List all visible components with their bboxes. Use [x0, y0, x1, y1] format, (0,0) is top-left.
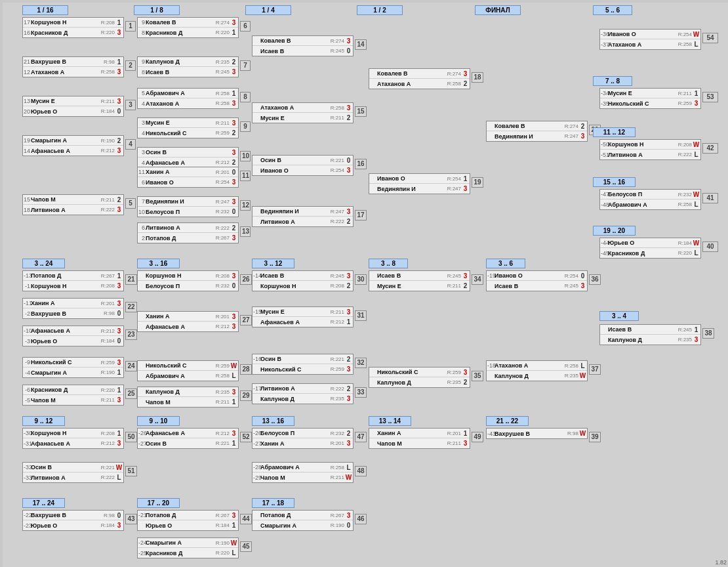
match-num-6: 6 — [240, 21, 251, 32]
match-26: Коршунов НR:2083 Белоусов ПR:2320 — [137, 270, 239, 291]
match-num-29: 29 — [240, 390, 252, 401]
match-34: Исаев ВR:2453 Мусин ЕR:2112 — [369, 270, 470, 291]
match-num-10: 10 — [240, 151, 251, 161]
match-num-49: 49 — [472, 432, 483, 442]
match-54: -36Иванов ОR:254W -37Атаханов АR:258L — [599, 29, 701, 50]
match-42: -50Коршунов НR:208W -51Литвинов АR:222L — [599, 139, 701, 160]
round-header-1920: 19 .. 20 — [593, 226, 636, 236]
round-header-1516: 15 .. 16 — [593, 177, 636, 187]
match-num-33: 33 — [355, 387, 367, 398]
match-num-41: 41 — [702, 193, 718, 203]
match-14: Ковалев ВR:2743 Исаев ВR:2450 — [252, 35, 354, 56]
round-header-56b: 5 .. 6 — [593, 5, 632, 15]
match-num-27: 27 — [240, 315, 252, 326]
match-num-17: 17 — [355, 210, 367, 220]
match-num-28: 28 — [240, 364, 252, 375]
round-header-18: 1 / 8 — [134, 5, 180, 15]
match-num-39: 39 — [589, 432, 601, 442]
match-num-19: 19 — [472, 177, 483, 188]
match-48: -28Абрамович АR:258L -29Чапов МR:211W — [252, 462, 354, 483]
round-header-36: 3 .. 6 — [486, 259, 525, 268]
match-4: 19Смарыгин АR:1902 14Афанасьев АR:2123 — [22, 135, 124, 156]
match-num-1: 1 — [125, 21, 136, 32]
match-23: -10Афанасьев АR:2123 -3Юрьев ОR:1840 — [22, 326, 124, 346]
match-36: -19Иванов ОR:2540 Исаев ВR:2453 — [486, 270, 588, 291]
match-12: 7Вединяпин ИR:2473 10Белоусов ПR:2320 — [137, 196, 239, 217]
round-header-1720: 17 .. 20 — [137, 498, 180, 508]
round-header-12: 1 / 2 — [357, 5, 403, 15]
match-11: 11Ханин АR:2010 6Иванов ОR:2543 — [137, 167, 239, 188]
match-29: Каплунов ДR:2353 Чапов МR:2111 — [137, 387, 239, 408]
round-header-1316: 13 .. 16 — [252, 416, 294, 426]
match-num-22: 22 — [125, 302, 137, 312]
match-20: Ковалев ВR:2742 Вединяпин ИR:2473 — [486, 121, 588, 142]
round-header-912: 9 .. 12 — [22, 416, 65, 426]
match-38: Исаев ВR:2451 Каплунов ДR:2353 — [599, 324, 701, 345]
match-num-53: 53 — [702, 92, 718, 102]
match-44: -21Потапов ДR:2673 Юрьев ОR:1841 — [137, 510, 239, 531]
match-num-35: 35 — [472, 371, 483, 381]
match-num-14: 14 — [355, 39, 367, 50]
match-num-4: 4 — [125, 139, 136, 150]
match-num-31: 31 — [355, 310, 367, 321]
match-18: Ковалев ВR:2743 Атаханов АR:2582 — [369, 68, 470, 89]
match-num-11: 11 — [240, 171, 251, 181]
match-num-3: 3 — [125, 100, 136, 110]
match-6: 9Ковалев ВR:2743 8Красников ДR:2201 — [137, 17, 239, 38]
round-header-312: 3 .. 12 — [252, 259, 294, 268]
match-39: -43Вахрушев ВR:98W — [486, 428, 588, 439]
match-27: Ханин АR:2013 Афанасьев АR:2123 — [137, 311, 239, 332]
match-37: -18Атаханов АR:258L Каплунов ДR:235W — [486, 360, 588, 381]
match-51: -32Осин ВR:221W -33Литвинов АR:222L — [22, 462, 124, 483]
round-header-1724: 17 .. 24 — [22, 498, 65, 508]
match-num-9: 9 — [240, 121, 251, 132]
match-num-36: 36 — [589, 274, 601, 285]
match-28: Никольский СR:259W Абрамович АR:258L — [137, 360, 239, 381]
match-24: -9Никольский СR:2593 -4Смарыгин АR:1901 — [22, 357, 124, 378]
match-7: 9Каплунов ДR:2352 8Исаев ВR:2453 — [137, 56, 239, 77]
match-5: 15Чапов МR:2112 18Литвинов АR:2223 — [22, 194, 124, 215]
match-num-13: 13 — [240, 226, 251, 237]
round-header-2122: 21 .. 22 — [486, 416, 529, 426]
match-30: -14Исаев ВR:2453 Коршунов НR:2082 — [252, 270, 354, 291]
round-header-1314: 13 .. 14 — [369, 416, 411, 426]
match-53: -34Мусин ЕR:2111 -35Никольский СR:2593 — [599, 88, 701, 109]
match-num-21: 21 — [125, 274, 137, 285]
match-40: -44Юрьев ОR:184W -45Красников ДR:220L — [599, 238, 701, 259]
match-num-38: 38 — [702, 328, 714, 339]
match-num-48: 48 — [355, 466, 367, 476]
match-num-42: 42 — [702, 143, 718, 154]
match-num-45: 45 — [240, 541, 252, 552]
match-15: Атаханов АR:2583 Мусин ЕR:2112 — [252, 102, 354, 123]
match-num-26: 26 — [240, 274, 252, 285]
round-header-final: ФИНАЛ — [475, 5, 521, 15]
round-header-78: 7 .. 8 — [593, 76, 632, 86]
match-num-54: 54 — [702, 33, 718, 43]
match-9: 3Мусин ЕR:2113 4Никольский СR:2592 — [137, 117, 239, 138]
round-header-34: 3 .. 4 — [599, 311, 639, 321]
match-num-12: 12 — [240, 200, 251, 211]
round-header-910: 9 .. 10 — [137, 416, 180, 426]
match-2: 21Вахрушев ВR:981 12Атаханов АR:2583 — [22, 56, 124, 77]
match-46: Потапов ДR:2673 Смарыгин АR:1900 — [252, 510, 354, 531]
match-47: -26Белоусов ПR:2322 -27Ханин АR:2013 — [252, 428, 354, 449]
match-32: -16Осин ВR:2212 Никольский СR:2593 — [252, 354, 354, 375]
match-num-34: 34 — [472, 274, 483, 285]
match-num-44: 44 — [240, 514, 252, 524]
match-19: Иванов ОR:2541 Вединяпин ИR:2473 — [369, 173, 470, 194]
round-header-324: 3 .. 24 — [22, 259, 65, 268]
match-35: Никольский СR:2593 Каплунов ДR:2352 — [369, 367, 470, 388]
match-1: 17Коршунов НR:2081 16Красников ДR:2203 — [22, 17, 124, 38]
match-num-24: 24 — [125, 361, 137, 371]
match-num-43: 43 — [125, 514, 137, 524]
match-17: Вединяпин ИR:2473 Литвинов АR:2222 — [252, 206, 354, 227]
round-header-116: 1 / 16 — [22, 5, 68, 15]
match-45: -24Смарыгин АR:190W -25Красников ДR:220L — [137, 537, 239, 558]
match-num-32: 32 — [355, 358, 367, 368]
match-num-30: 30 — [355, 274, 367, 285]
match-num-46: 46 — [355, 514, 367, 524]
match-8: 5Абрамович АR:2581 4Атаханов АR:2583 — [137, 88, 239, 109]
match-25: -6Красников ДR:2201 -5Чапов МR:2113 — [22, 385, 124, 406]
round-header-316: 3 .. 16 — [137, 259, 180, 268]
match-52: -26Афанасьев АR:2123 -27Осин ВR:2211 — [137, 428, 239, 449]
